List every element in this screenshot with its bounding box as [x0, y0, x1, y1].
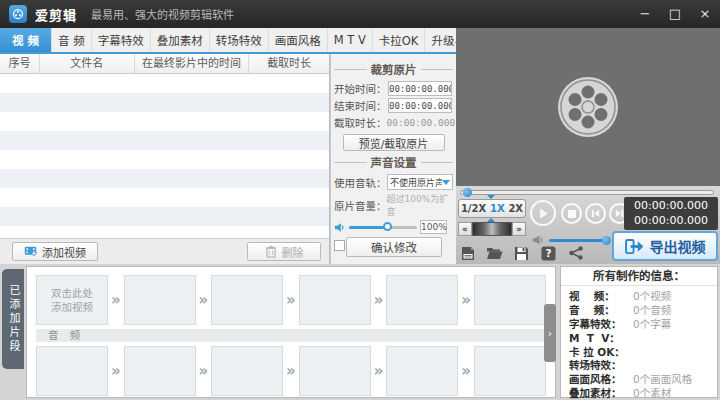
info-rows: 视 频： 0个视频 音 频： 0个音频 字幕特效： 0个字幕 M T V： 卡 …: [561, 286, 717, 399]
info-row-video: 视 频： 0个视频: [569, 289, 709, 303]
video-file-list: 序号 文件名 在最终影片中的时间 截取时长: [0, 54, 330, 238]
delete-button[interactable]: 删除: [247, 242, 321, 261]
seek-handle[interactable]: [463, 188, 472, 197]
audio-clip-slot[interactable]: [211, 346, 283, 396]
video-clip-slot[interactable]: [299, 275, 371, 325]
fade-checkbox[interactable]: [334, 240, 345, 251]
video-clip-slot[interactable]: [124, 275, 196, 325]
video-track: 双击此处 添加视频 » » » » »: [36, 274, 546, 326]
add-video-label: 添加视频: [42, 244, 86, 260]
main-tab-bar: 视 频 音 频 字幕特效 叠加素材 转场特效 画面风格 M T V 卡拉OK 升…: [0, 28, 456, 52]
open-file-button[interactable]: [486, 245, 503, 261]
svg-text:?: ?: [545, 247, 551, 259]
source-volume-handle[interactable]: [383, 222, 392, 231]
audio-track-label: 使用音轨：: [334, 175, 387, 190]
chevron-down-icon: [442, 180, 450, 185]
audio-clip-slot[interactable]: [36, 346, 108, 396]
tab-subtitle-fx[interactable]: 字幕特效: [92, 28, 151, 52]
video-clip-slot[interactable]: [474, 275, 546, 325]
tab-picture-style[interactable]: 画面风格: [269, 28, 328, 52]
export-video-button[interactable]: 导出视频: [612, 231, 718, 261]
player-volume-slider[interactable]: [549, 239, 609, 242]
speed-double[interactable]: 2X: [508, 203, 523, 214]
audio-clip-slot[interactable]: [474, 346, 546, 396]
panel-collapse-button[interactable]: ›: [544, 304, 556, 362]
playback-speed-selector: 1/2X 1X 2X: [458, 199, 526, 218]
share-button[interactable]: [567, 245, 584, 261]
info-row-subtitle: 字幕特效： 0个字幕: [569, 317, 709, 331]
previous-frame-button[interactable]: [585, 203, 606, 224]
source-volume-label: 原片音量：: [334, 198, 387, 213]
app-logo-icon: [9, 5, 27, 23]
video-clip-slot[interactable]: [211, 275, 283, 325]
close-button[interactable]: ×: [690, 4, 720, 24]
end-time-input[interactable]: [388, 98, 452, 113]
jog-forward-button[interactable]: »: [512, 222, 526, 236]
jog-wheel[interactable]: [472, 222, 512, 236]
player-controls: 1/2X 1X 2X « » 00:00:00.000 00:00:00.000: [456, 186, 720, 264]
tab-video[interactable]: 视 频: [0, 28, 52, 52]
format-mts-icon: [460, 246, 476, 261]
audio-track: » » » » »: [36, 345, 546, 397]
video-clip-slot-placeholder[interactable]: 双击此处 添加视频: [36, 275, 108, 325]
placeholder-line2: 添加视频: [51, 300, 93, 314]
end-time-label: 结束时间：: [334, 98, 388, 113]
confirm-changes-button[interactable]: 确认修改: [346, 237, 442, 257]
speed-half[interactable]: 1/2X: [461, 203, 486, 214]
source-volume-slider[interactable]: [349, 226, 417, 229]
info-row-overlay: 叠加素材： 0个素材: [569, 386, 709, 400]
stop-button[interactable]: [561, 203, 582, 224]
info-row-karaoke: 卡 拉 OK：: [569, 344, 709, 358]
play-icon: [538, 208, 549, 219]
column-clip-duration: 截取时长: [249, 54, 329, 73]
placeholder-line1: 双击此处: [51, 286, 93, 300]
tab-overlay-material[interactable]: 叠加素材: [151, 28, 210, 52]
preview-trim-button[interactable]: 预览/截取原片: [343, 134, 445, 151]
play-button[interactable]: [530, 200, 556, 226]
audio-clip-slot[interactable]: [299, 346, 371, 396]
video-preview-area[interactable]: [456, 28, 720, 186]
jog-rewind-button[interactable]: «: [458, 222, 472, 236]
audio-clip-slot[interactable]: [124, 346, 196, 396]
window-controls: − □ ×: [630, 4, 720, 24]
delete-label: 删除: [282, 244, 304, 260]
next-frame-icon: [615, 209, 624, 218]
tab-karaoke[interactable]: 卡拉OK: [373, 28, 426, 52]
video-clip-slot[interactable]: [386, 275, 458, 325]
seek-bar[interactable]: [460, 190, 714, 195]
file-list-header: 序号 文件名 在最终影片中的时间 截取时长: [0, 54, 329, 74]
help-icon: ?: [541, 246, 556, 261]
format-mts-button[interactable]: [459, 245, 476, 261]
audio-track-label: 音 频: [36, 329, 546, 342]
clip-duration-value: 00:00:00.000: [387, 117, 456, 128]
start-time-input[interactable]: [388, 81, 452, 96]
trash-icon: [265, 245, 277, 258]
chevron-right-icon: »: [111, 291, 121, 309]
tab-audio[interactable]: 音 频: [52, 28, 92, 52]
help-button[interactable]: ?: [540, 245, 557, 261]
player-volume-handle[interactable]: [602, 236, 611, 245]
tab-transition-fx[interactable]: 转场特效: [210, 28, 269, 52]
timeline-section: 已添加片段 双击此处 添加视频 » » » » » 音 频: [0, 264, 720, 400]
maximize-button[interactable]: □: [660, 4, 690, 24]
minimize-button[interactable]: −: [630, 4, 660, 24]
clip-settings-panel: 裁剪原片 开始时间： 结束时间： 截取时长： 00:00:00.000 预览/截…: [330, 54, 456, 264]
added-clips-tab[interactable]: 已添加片段: [2, 269, 24, 369]
tab-mtv[interactable]: M T V: [328, 28, 373, 52]
volume-hint: 超过100%为扩音: [387, 192, 454, 218]
file-list-actions: 添加视频 删除: [0, 238, 330, 264]
save-project-button[interactable]: [513, 245, 530, 261]
file-list-body[interactable]: [0, 74, 329, 237]
app-title: 爱剪辑: [35, 5, 77, 24]
audio-clip-slot[interactable]: [386, 346, 458, 396]
chevron-right-icon: »: [286, 362, 296, 380]
audio-track-select[interactable]: 不使用原片声音: [387, 174, 453, 190]
trim-title: 裁剪原片: [371, 61, 417, 77]
add-video-button[interactable]: 添加视频: [12, 242, 98, 261]
source-volume-value[interactable]: 100%: [420, 220, 447, 234]
info-row-mtv: M T V：: [569, 330, 709, 344]
speed-normal[interactable]: 1X: [490, 203, 505, 214]
column-index: 序号: [0, 54, 40, 73]
export-label: 导出视频: [650, 236, 706, 256]
column-final-time: 在最终影片中的时间: [135, 54, 250, 73]
